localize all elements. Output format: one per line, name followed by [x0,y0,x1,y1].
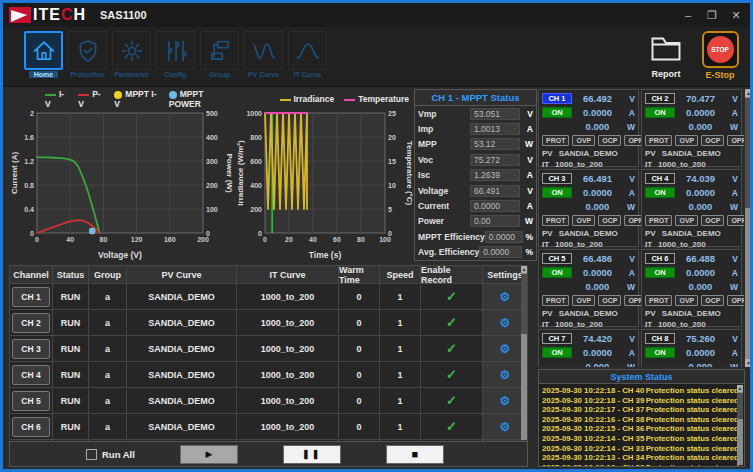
table-scrollbar[interactable]: ▲ [521,266,527,440]
channel-badge[interactable]: CH 8 [645,333,675,344]
pause-button[interactable]: ❚❚ [283,445,341,464]
ocp-button[interactable]: OCP [701,215,724,226]
enable-record-cell[interactable]: ✓ [421,414,483,439]
current-unit: A [726,268,738,278]
maximize-button[interactable]: ❐ [702,6,722,24]
nav-button-pv-curve[interactable]: PV Curve [243,31,284,84]
table-cell[interactable]: CH 4 [9,362,53,387]
estop-button[interactable]: STOP E-Stop [698,31,742,84]
ocp-button[interactable]: OCP [598,295,621,306]
run-all-checkbox[interactable] [86,449,97,460]
scroll-down-icon[interactable]: ▼ [745,359,752,367]
settings-gear-icon[interactable]: ⚙ [500,290,511,304]
opp-button[interactable]: OPP [727,295,744,306]
channel-badge[interactable]: CH 1 [542,93,572,104]
ovp-button[interactable]: OVP [675,295,698,306]
channel-power-row: 0.000W [645,120,738,133]
table-cell: a [89,336,127,361]
log-message: Protection status cleared. [646,386,741,396]
enable-record-cell[interactable]: ✓ [421,336,483,361]
system-status-scrollbar[interactable]: ▲ [737,385,743,465]
nav-button-parameter[interactable]: Parameter [111,31,152,84]
nav-button-it-curve[interactable]: IT Curve [287,31,328,84]
table-cell[interactable]: CH 2 [9,310,53,335]
ovp-button[interactable]: OVP [572,295,595,306]
channel-badge[interactable]: CH 2 [645,93,675,104]
prot-button[interactable]: PROT [542,215,569,226]
scrollbar-thumb[interactable] [737,393,743,419]
channel-badge[interactable]: CH 5 [542,253,572,264]
report-button[interactable]: Report [644,31,688,84]
channel-select-button[interactable]: CH 5 [12,391,50,411]
channel-select-button[interactable]: CH 4 [12,365,50,385]
settings-gear-icon[interactable]: ⚙ [500,368,511,382]
settings-gear-icon[interactable]: ⚙ [500,394,511,408]
scroll-up-icon[interactable]: ▲ [745,89,752,97]
channel-on-badge[interactable]: ON [645,347,675,358]
nav-button-protection[interactable]: Protection [67,31,108,84]
minimize-button[interactable]: – [678,6,698,24]
channel-on-badge[interactable]: ON [645,267,675,278]
table-cell[interactable]: CH 5 [9,388,53,413]
channel-power-value: 0.000 [675,121,726,132]
estop-icon: STOP [702,31,739,68]
ocp-button[interactable]: OCP [598,135,621,146]
scroll-up-icon[interactable]: ▲ [521,266,527,273]
scrollbar-thumb[interactable] [521,274,527,334]
channel-on-badge[interactable]: ON [542,107,572,118]
channel-on-badge[interactable]: ON [542,187,572,198]
channel-voltage-value: 66.486 [572,253,623,264]
enable-record-cell[interactable]: ✓ [421,388,483,413]
mppt-row-label: Avg. Efficiency [418,247,479,257]
table-cell: a [89,414,127,439]
ocp-button[interactable]: OCP [598,215,621,226]
channel-on-badge[interactable]: ON [645,107,675,118]
scrollbar-thumb[interactable] [745,98,752,208]
table-cell[interactable]: CH 1 [9,284,53,309]
nav-button-home[interactable]: Home [23,31,64,84]
opp-button[interactable]: OPP [727,215,744,226]
opp-button[interactable]: OPP [727,135,744,146]
channel-select-button[interactable]: CH 3 [12,339,50,359]
channel-current-value: 0.0000 [675,107,726,118]
prot-button[interactable]: PROT [542,135,569,146]
svg-text:1.6: 1.6 [24,134,34,141]
ocp-button[interactable]: OCP [701,295,724,306]
enable-record-cell[interactable]: ✓ [421,362,483,387]
nav-button-config[interactable]: Config [155,31,196,84]
channel-on-badge[interactable]: ON [542,267,572,278]
ocp-button[interactable]: OCP [701,135,724,146]
table-cell[interactable]: CH 6 [9,414,53,439]
channel-on-badge[interactable]: ON [645,187,675,198]
channel-select-button[interactable]: CH 6 [12,417,50,437]
table-cell[interactable]: CH 3 [9,336,53,361]
prot-button[interactable]: PROT [542,295,569,306]
prot-button[interactable]: PROT [645,215,672,226]
settings-gear-icon[interactable]: ⚙ [500,316,511,330]
prot-button[interactable]: PROT [645,135,672,146]
play-button[interactable]: ▶ [180,445,238,464]
scroll-up-icon[interactable]: ▲ [737,385,743,392]
close-button[interactable]: ✕ [726,6,746,24]
ovp-button[interactable]: OVP [572,135,595,146]
stop-button[interactable]: ■ [386,445,444,464]
ovp-button[interactable]: OVP [675,215,698,226]
settings-gear-icon[interactable]: ⚙ [500,420,511,434]
prot-button[interactable]: PROT [645,295,672,306]
channel-badge[interactable]: CH 7 [542,333,572,344]
channel-on-badge[interactable]: ON [542,347,572,358]
channel-badge[interactable]: CH 4 [645,173,675,184]
enable-record-cell[interactable]: ✓ [421,310,483,335]
channel-badge[interactable]: CH 3 [542,173,572,184]
ovp-button[interactable]: OVP [572,215,595,226]
chart-legend: IrradianceTemperature [235,91,413,107]
ovp-button[interactable]: OVP [675,135,698,146]
channel-grid-scrollbar[interactable]: ▲ ▼ [745,89,752,367]
enable-record-cell[interactable]: ✓ [421,284,483,309]
settings-gear-icon[interactable]: ⚙ [500,342,511,356]
nav-button-group[interactable]: Group [199,31,240,84]
channel-select-button[interactable]: CH 2 [12,313,50,333]
channel-select-button[interactable]: CH 1 [12,287,50,307]
pv-label: PV [645,149,656,158]
channel-badge[interactable]: CH 6 [645,253,675,264]
